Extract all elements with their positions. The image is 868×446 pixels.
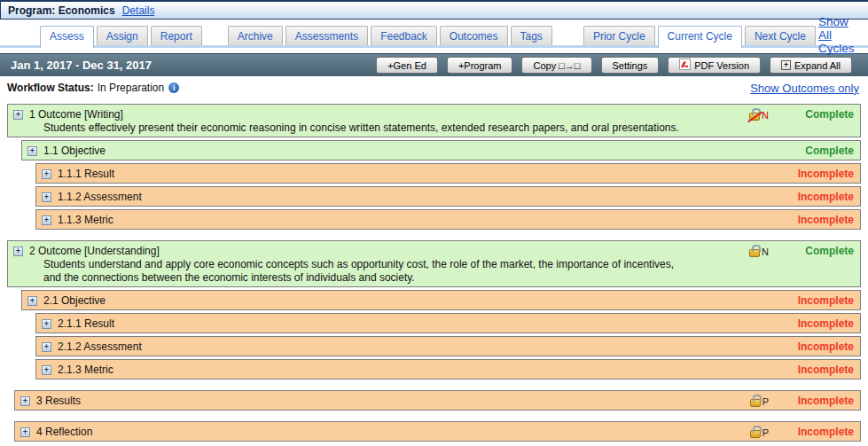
details-link[interactable]: Details <box>122 4 155 17</box>
row-3-results[interactable]: +3 ResultsPIncomplete <box>14 390 861 411</box>
tab-outcomes[interactable]: Outcomes <box>440 26 508 45</box>
row-2-1-3-metric[interactable]: +2.1.3 MetricIncomplete <box>35 359 861 379</box>
row-2-1-2-assessment[interactable]: +2.1.2 AssessmentIncomplete <box>35 336 861 356</box>
tab-prior-cycle[interactable]: Prior Cycle <box>583 26 655 45</box>
row-1-outcome-writing[interactable]: +1 Outcome [Writing]Students effectively… <box>7 104 861 137</box>
row-title: 2 Outcome [Understanding] <box>29 244 160 258</box>
expand-icon[interactable]: + <box>27 146 37 156</box>
lock-icon <box>750 399 761 407</box>
status-text: Incomplete <box>798 191 854 203</box>
lock-letter: P <box>762 427 769 438</box>
button-label: Settings <box>613 60 648 71</box>
expand-all-button[interactable]: +Expand All <box>770 57 852 74</box>
status-text: Incomplete <box>798 395 854 407</box>
button-label: +Gen Ed <box>387 60 426 71</box>
lock-letter: N <box>762 246 769 257</box>
row-2-1-objective[interactable]: +2.1 ObjectiveIncomplete <box>21 290 861 310</box>
row-4-reflection[interactable]: +4 ReflectionPIncomplete <box>14 421 861 442</box>
tab-next-cycle[interactable]: Next Cycle <box>745 26 816 45</box>
button-label: +Program <box>458 60 502 71</box>
expand-icon[interactable]: + <box>13 110 23 120</box>
row-description: Students understand and apply core econo… <box>43 258 855 285</box>
expand-icon[interactable]: + <box>13 246 23 256</box>
pdf-version-button[interactable]: PDF Version <box>668 57 761 74</box>
row-1-1-2-assessment[interactable]: +1.1.2 AssessmentIncomplete <box>35 186 861 207</box>
tab-group-sections: ArchiveAssessmentsFeedbackOutcomesTags <box>228 26 555 45</box>
tab-tags[interactable]: Tags <box>511 26 552 45</box>
row-title: 2.1.2 Assessment <box>58 340 142 354</box>
tab-assign[interactable]: Assign <box>97 26 148 45</box>
expand-icon[interactable]: + <box>42 319 51 329</box>
lock-letter: N <box>762 110 769 121</box>
row-2-1-1-result[interactable]: +2.1.1 ResultIncomplete <box>35 313 861 333</box>
expand-icon[interactable]: + <box>42 215 51 225</box>
row-title: 2.1.3 Metric <box>58 363 113 377</box>
tab-group-main: AssessAssignReport <box>40 26 205 45</box>
tab-assessments[interactable]: Assessments <box>285 26 368 45</box>
expand-icon[interactable]: + <box>27 296 37 306</box>
tab-bar: AssessAssignReport ArchiveAssessmentsFee… <box>0 20 868 48</box>
lock-letter: P <box>762 396 769 407</box>
expand-icon[interactable]: + <box>42 342 51 352</box>
expand-icon[interactable]: + <box>42 192 51 202</box>
button-label: Copy □→□ <box>533 60 580 71</box>
row-title: 1.1 Objective <box>43 144 106 158</box>
workflow-status-bar: Workflow Status: In Preparation i Show O… <box>0 76 868 99</box>
status-text: Incomplete <box>798 317 854 330</box>
status-text: Incomplete <box>798 364 854 376</box>
row-1-1-3-metric[interactable]: +1.1.3 MetricIncomplete <box>35 209 861 230</box>
expand-icon[interactable]: + <box>42 169 51 179</box>
button-label: Expand All <box>794 60 841 71</box>
row-title: 1.1.2 Assessment <box>58 190 142 204</box>
program-button[interactable]: +Program <box>447 57 513 74</box>
info-icon[interactable]: i <box>168 82 179 93</box>
row-title: 3 Results <box>36 394 81 408</box>
cycle-date-range: Jan 1, 2017 - Dec 31, 2017 <box>11 59 152 72</box>
row-title: 4 Reflection <box>36 425 92 439</box>
row-2-outcome-understanding[interactable]: +2 Outcome [Understanding]Students under… <box>7 240 861 287</box>
lock-icon <box>750 430 761 438</box>
tab-report[interactable]: Report <box>151 26 202 45</box>
tab-group-cycles: Prior CycleCurrent CycleNext Cycle <box>583 26 818 45</box>
tab-assess[interactable]: Assess <box>40 26 94 48</box>
status-text: Incomplete <box>798 426 854 438</box>
status-text: Complete <box>805 108 854 121</box>
row-title: 2.1.1 Result <box>58 317 114 331</box>
row-title: 1.1.1 Result <box>58 167 114 181</box>
copy-button[interactable]: Copy □→□ <box>521 57 591 74</box>
row-title: 2.1 Objective <box>43 293 106 308</box>
cycle-toolbar: +Gen Ed+ProgramCopy □→□SettingsPDF Versi… <box>376 57 852 74</box>
lock-slash-icon <box>749 113 760 121</box>
status-text: Incomplete <box>798 214 854 226</box>
expand-icon[interactable]: + <box>20 396 30 406</box>
status-text: Complete <box>805 145 854 157</box>
show-all-cycles-link[interactable]: Show All Cycles <box>818 15 861 55</box>
settings-button[interactable]: Settings <box>601 57 660 74</box>
cycle-header-bar: Jan 1, 2017 - Dec 31, 2017 +Gen Ed+Progr… <box>0 53 868 76</box>
tab-archive[interactable]: Archive <box>228 26 283 45</box>
status-text: Incomplete <box>798 340 854 353</box>
row-1-1-objective[interactable]: +1.1 ObjectiveComplete <box>21 140 861 160</box>
gen-ed-button[interactable]: +Gen Ed <box>376 57 438 74</box>
tab-current-cycle[interactable]: Current Cycle <box>658 26 742 48</box>
row-description: Students effectively present their econo… <box>43 121 855 135</box>
button-label: PDF Version <box>694 60 749 71</box>
rows-container: +1 Outcome [Writing]Students effectively… <box>0 99 868 442</box>
lock-icon <box>749 249 760 257</box>
pdf-icon <box>679 59 691 72</box>
expand-all-icon: + <box>781 60 791 70</box>
expand-icon[interactable]: + <box>20 427 30 437</box>
status-text: Complete <box>805 245 854 257</box>
expand-icon[interactable]: + <box>42 365 51 375</box>
status-text: Incomplete <box>798 294 854 307</box>
workflow-status-label: Workflow Status: <box>7 82 94 94</box>
status-text: Incomplete <box>798 168 854 180</box>
show-outcomes-only-link[interactable]: Show Outcomes only <box>750 82 859 95</box>
program-header-bar: Program: Economics Details <box>0 0 868 20</box>
row-title: 1 Outcome [Writing] <box>29 107 123 121</box>
row-title: 1.1.3 Metric <box>58 213 113 227</box>
tab-feedback[interactable]: Feedback <box>371 26 437 45</box>
workflow-status-value: In Preparation <box>98 82 164 94</box>
row-1-1-1-result[interactable]: +1.1.1 ResultIncomplete <box>35 163 861 184</box>
program-title: Program: Economics <box>8 4 115 17</box>
